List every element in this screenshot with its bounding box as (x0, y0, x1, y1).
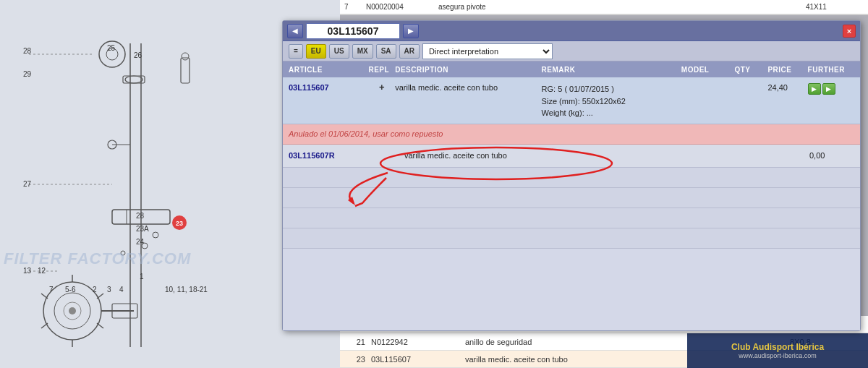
main-further: ▶ ▶ (808, 82, 854, 95)
toolbar-btn-eu[interactable]: EU (306, 44, 326, 59)
close-button[interactable]: × (843, 25, 856, 38)
toolbar-btn-us[interactable]: US (329, 44, 349, 59)
club-logo-name: Club Audisport Ibérica (731, 342, 824, 352)
remark-line3: Weight (kg): ... (542, 108, 593, 117)
svg-text:4: 4 (119, 286, 124, 294)
remark-line1: RG: 5 ( 01/07/2015 ) (542, 85, 614, 93)
club-logo: Club Audisport Ibérica www.audisport-ibe… (687, 333, 868, 368)
bt-num-23: 23 (346, 355, 371, 364)
remark-line2: Size (mm): 550x120x62 (542, 97, 626, 106)
svg-text:24: 24 (136, 238, 145, 246)
club-logo-url: www.audisport-iberica.com (739, 352, 817, 359)
dialog-titlebar: ◀ ▶ × (283, 21, 860, 41)
svg-text:3: 3 (107, 286, 111, 294)
further-btn-1[interactable]: ▶ (808, 83, 821, 95)
svg-text:5-6: 5-6 (65, 286, 76, 294)
repl-article: 03L115607R (289, 151, 375, 160)
svg-text:2: 2 (93, 286, 97, 294)
svg-text:10, 11, 18-21: 10, 11, 18-21 (165, 286, 208, 294)
main-repl: + (368, 82, 395, 93)
th-model: MODEL (681, 66, 735, 74)
further-btn-2[interactable]: ▶ (822, 83, 835, 95)
bt-article-23: 03L115607 (371, 355, 451, 364)
repl-description: varilla medic. aceite con tubo (404, 151, 563, 160)
svg-text:12: 12 (38, 267, 46, 275)
svg-text:FILTER FACTORY.COM: FILTER FACTORY.COM (4, 249, 191, 268)
bg-row-num: 7 (344, 3, 366, 11)
main-price: 24,40 (767, 82, 807, 92)
toolbar-btn-sa[interactable]: SA (376, 44, 396, 59)
svg-text:13: 13 (23, 267, 32, 275)
repl-price: 0,00 (809, 151, 853, 160)
part-number-input[interactable] (306, 23, 400, 39)
th-repl: REPL (368, 66, 395, 74)
th-description: DESCRIPTION (395, 66, 541, 74)
empty-row-1 (283, 168, 860, 188)
bg-row-article: N00020004 (366, 3, 438, 11)
annotation-row: Anulado el 01/06/2014, usar como repuest… (283, 124, 860, 145)
toolbar-btn-mx[interactable]: MX (352, 44, 373, 59)
table-body: 03L115607 + varilla medic. aceite con tu… (283, 77, 860, 330)
th-price: PRICE (767, 66, 807, 74)
main-remark: RG: 5 ( 01/07/2015 ) Size (mm): 550x120x… (542, 82, 681, 119)
th-article: ARTICLE (289, 66, 368, 74)
empty-row-4 (283, 228, 860, 249)
th-qty: QTY (734, 66, 767, 74)
annotation-text: Anulado el 01/06/2014, usar como repuest… (289, 129, 443, 138)
background-table-row: 7 N00020004 asegura pivote 41X11 (340, 0, 868, 14)
toolbar-btn-ar[interactable]: AR (399, 44, 420, 59)
main-product-row: 03L115607 + varilla medic. aceite con tu… (283, 77, 860, 124)
svg-text:26: 26 (134, 51, 142, 59)
nav-right-button[interactable]: ▶ (403, 24, 419, 38)
bt-num-21: 21 (346, 338, 371, 346)
svg-text:1: 1 (140, 273, 144, 281)
interpretation-dropdown[interactable]: Direct interpretation (422, 43, 553, 59)
replacement-row: 03L115607R varilla medic. aceite con tub… (283, 145, 860, 168)
table-header: ARTICLE REPL DESCRIPTION REMARK MODEL QT… (283, 61, 860, 77)
toolbar-btn-equals[interactable]: = (289, 44, 303, 59)
svg-text:28: 28 (136, 212, 145, 220)
empty-row-3 (283, 208, 860, 228)
svg-text:28: 28 (23, 47, 32, 55)
bt-article-21: N0122942 (371, 338, 451, 346)
bg-row-desc: asegura pivote (438, 3, 806, 11)
dialog-toolbar: = EU US MX SA AR Direct interpretation (283, 41, 860, 61)
svg-text:25: 25 (107, 44, 116, 52)
main-description: varilla medic. aceite con tubo (395, 82, 541, 92)
th-remark: REMARK (542, 66, 681, 74)
nav-left-button[interactable]: ◀ (287, 24, 303, 38)
svg-point-16 (69, 307, 76, 314)
svg-text:23: 23 (176, 220, 183, 227)
part-dialog: ◀ ▶ × = EU US MX SA AR Direct interpreta… (282, 20, 861, 331)
svg-text:23A: 23A (136, 225, 149, 233)
svg-text:29: 29 (23, 70, 32, 78)
th-further: FURTHER (808, 66, 854, 74)
dialog-nav: ◀ ▶ (287, 23, 419, 39)
bg-row-size: 41X11 (806, 3, 864, 11)
main-article: 03L115607 (289, 82, 368, 92)
empty-row-2 (283, 188, 860, 208)
svg-text:27: 27 (23, 180, 32, 188)
svg-text:7: 7 (49, 286, 54, 294)
